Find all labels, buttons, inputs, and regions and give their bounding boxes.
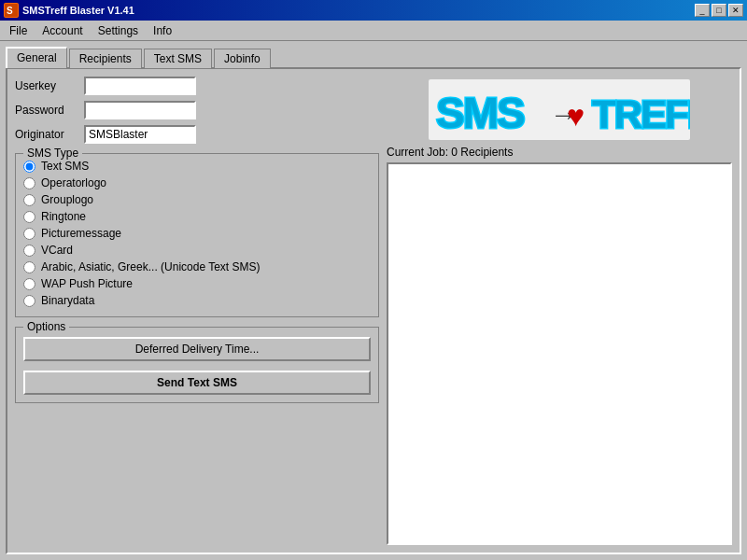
minimize-button[interactable]: _: [695, 4, 710, 17]
title-bar-left: S SMSTreff Blaster V1.41: [4, 3, 134, 18]
close-button[interactable]: ✕: [728, 4, 743, 17]
radio-picturemessage-label: Picturemessage: [41, 227, 121, 240]
userkey-row: Userkey: [15, 77, 379, 95]
menu-file[interactable]: File: [2, 22, 35, 39]
menu-account[interactable]: Account: [35, 22, 90, 39]
sms-type-text: Text SMS: [23, 158, 371, 175]
radio-binarydata[interactable]: [23, 295, 35, 307]
maximize-button[interactable]: □: [712, 4, 726, 17]
password-row: Password: [15, 101, 379, 119]
recipients-area: [387, 162, 732, 545]
current-job-label: Current Job: 0 Recipients: [387, 146, 732, 159]
radio-unicode-label: Arabic, Asiatic, Greek... (Unicode Text …: [41, 260, 261, 273]
sms-type-ringtone: Ringtone: [23, 208, 371, 225]
userkey-label: Userkey: [15, 79, 80, 92]
password-input[interactable]: [84, 101, 196, 119]
radio-ringtone-label: Ringtone: [41, 210, 86, 223]
radio-vcard-label: VCard: [41, 244, 73, 257]
app-icon: S: [4, 3, 19, 18]
radio-text-sms[interactable]: [23, 161, 35, 173]
userkey-input[interactable]: [84, 77, 196, 95]
radio-operatorlogo[interactable]: [23, 177, 35, 189]
sms-type-operatorlogo: Operatorlogo: [23, 175, 371, 191]
sms-type-vcard: VCard: [23, 242, 371, 259]
menu-bar: File Account Settings Info: [0, 21, 747, 41]
sms-type-binarydata: Binarydata: [23, 292, 371, 309]
left-panel: Userkey Password Originator SMS Type Tex…: [15, 77, 379, 545]
radio-text-sms-label: Text SMS: [41, 160, 89, 173]
sms-type-picturemessage: Picturemessage: [23, 225, 371, 242]
radio-operatorlogo-label: Operatorlogo: [41, 176, 106, 189]
radio-grouplogo[interactable]: [23, 194, 35, 206]
menu-info[interactable]: Info: [146, 22, 179, 39]
radio-unicode[interactable]: [23, 261, 35, 273]
logo-area: SMS SMS → ♥ TREFF TREFF: [387, 77, 732, 142]
sms-treff-logo: SMS SMS → ♥ TREFF TREFF: [429, 79, 690, 140]
tab-general[interactable]: General: [6, 47, 67, 68]
content-area: Userkey Password Originator SMS Type Tex…: [6, 67, 741, 554]
title-bar: S SMSTreff Blaster V1.41 _ □ ✕: [0, 0, 747, 21]
sms-type-group: SMS Type Text SMS Operatorlogo Grouplogo…: [15, 153, 379, 317]
radio-grouplogo-label: Grouplogo: [41, 193, 93, 206]
originator-input[interactable]: [84, 125, 196, 144]
tab-bar: General Recipients Text SMS Jobinfo: [6, 47, 741, 68]
radio-wap[interactable]: [23, 278, 35, 290]
deferred-delivery-button[interactable]: Deferred Delivery Time...: [23, 337, 371, 361]
options-label: Options: [23, 320, 69, 333]
menu-settings[interactable]: Settings: [91, 22, 146, 39]
svg-text:♥: ♥: [567, 99, 585, 133]
tab-text-sms[interactable]: Text SMS: [144, 49, 212, 68]
password-label: Password: [15, 104, 80, 117]
sms-type-label: SMS Type: [23, 147, 82, 160]
window-title: SMSTreff Blaster V1.41: [22, 5, 134, 16]
sms-type-unicode: Arabic, Asiatic, Greek... (Unicode Text …: [23, 259, 371, 275]
radio-vcard[interactable]: [23, 245, 35, 257]
originator-row: Originator: [15, 125, 379, 144]
radio-picturemessage[interactable]: [23, 228, 35, 240]
originator-label: Originator: [15, 128, 80, 141]
svg-text:SMS: SMS: [436, 89, 524, 137]
main-window: General Recipients Text SMS Jobinfo User…: [0, 41, 747, 560]
title-bar-buttons: _ □ ✕: [695, 4, 743, 17]
radio-binarydata-label: Binarydata: [41, 294, 94, 307]
svg-text:TREFF: TREFF: [592, 92, 690, 136]
radio-wap-label: WAP Push Picture: [41, 277, 133, 290]
tab-recipients[interactable]: Recipients: [69, 49, 142, 68]
options-group: Options Deferred Delivery Time... Send T…: [15, 327, 379, 403]
radio-ringtone[interactable]: [23, 211, 35, 223]
send-sms-button[interactable]: Send Text SMS: [23, 371, 371, 395]
sms-type-wap: WAP Push Picture: [23, 275, 371, 292]
svg-text:S: S: [7, 6, 13, 16]
right-panel: SMS SMS → ♥ TREFF TREFF Current Job: 0 R…: [387, 77, 732, 545]
sms-type-grouplogo: Grouplogo: [23, 191, 371, 208]
tab-jobinfo[interactable]: Jobinfo: [214, 49, 271, 68]
